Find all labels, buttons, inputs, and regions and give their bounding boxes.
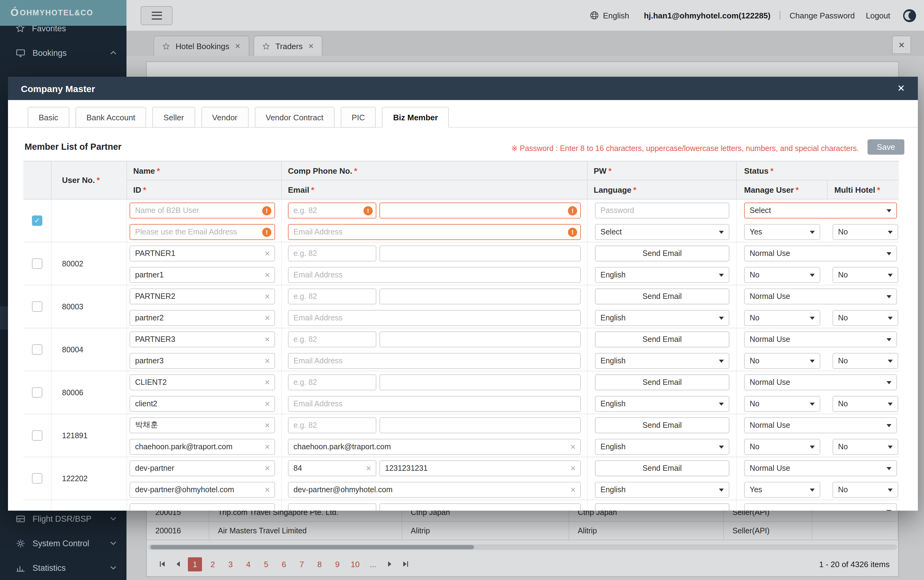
row-checkbox[interactable] — [32, 387, 42, 398]
clear-icon[interactable]: ✕ — [265, 357, 270, 365]
multi-hotel-select[interactable]: No — [833, 395, 898, 412]
phone-code-input[interactable]: e.g. 82 — [288, 288, 376, 304]
language-select[interactable]: English — [595, 438, 729, 455]
manage-user-select[interactable]: Yes — [744, 481, 820, 498]
manage-user-select[interactable]: Yes — [744, 224, 820, 240]
email-input[interactable]: Email Address — [288, 310, 581, 326]
status-select[interactable]: Normal Use — [744, 245, 897, 261]
send-email-button[interactable]: Send Email — [595, 288, 729, 304]
phone-number-input[interactable]: ! — [380, 202, 581, 218]
phone-number-input[interactable] — [380, 288, 581, 304]
clear-icon[interactable]: ✕ — [265, 249, 270, 257]
clear-icon[interactable]: ✕ — [265, 314, 270, 322]
name-input[interactable]: PARTNER1✕ — [130, 245, 275, 261]
id-input[interactable]: partner3✕ — [130, 353, 275, 369]
email-input[interactable]: Email Address — [288, 267, 581, 283]
clear-icon[interactable]: ✕ — [570, 486, 576, 494]
save-button[interactable]: Save — [868, 139, 904, 155]
manage-user-select[interactable]: No — [744, 438, 820, 455]
phone-code-input[interactable] — [288, 503, 376, 511]
status-select[interactable]: Normal Use — [744, 460, 897, 476]
send-email-button[interactable]: Send Email — [595, 331, 729, 347]
clear-icon[interactable]: ✕ — [265, 486, 270, 494]
row-checkbox[interactable]: ✓ — [32, 216, 42, 226]
clear-icon[interactable]: ✕ — [265, 271, 270, 279]
send-email-button[interactable]: Send Email — [595, 417, 729, 433]
name-input[interactable]: 박채훈✕ — [130, 417, 275, 433]
multi-hotel-select[interactable]: No — [833, 481, 898, 498]
row-checkbox[interactable] — [32, 473, 42, 484]
status-select[interactable]: Normal Use — [744, 417, 897, 433]
clear-icon[interactable]: ✕ — [570, 464, 576, 472]
send-email-button[interactable]: Send Email — [595, 460, 729, 476]
modal-tab-bank-account[interactable]: Bank Account — [76, 107, 147, 128]
email-input[interactable]: dev-partner@ohmyhotel.com✕ — [288, 481, 581, 498]
clear-icon[interactable]: ✕ — [366, 464, 371, 472]
phone-code-input[interactable]: e.g. 82 — [288, 245, 376, 261]
language-select[interactable]: English — [595, 481, 729, 498]
modal-tab-seller[interactable]: Seller — [153, 107, 195, 128]
manage-user-select[interactable]: No — [744, 395, 820, 412]
row-checkbox[interactable] — [32, 344, 42, 355]
modal-tab-pic[interactable]: PIC — [340, 107, 376, 128]
email-input[interactable]: Email Address! — [288, 224, 581, 240]
modal-tab-vendor[interactable]: Vendor — [201, 107, 248, 128]
email-input[interactable]: chaehoon.park@traport.com✕ — [288, 438, 581, 455]
clear-icon[interactable]: ✕ — [265, 400, 270, 408]
modal-tab-biz-member[interactable]: Biz Member — [382, 107, 449, 128]
send-email-button[interactable]: Send Email — [595, 245, 729, 261]
row-checkbox[interactable] — [32, 302, 42, 312]
id-input[interactable]: chaehoon.park@traport.com✕ — [130, 438, 275, 455]
phone-code-input[interactable]: 84✕ — [288, 460, 376, 476]
modal-tab-basic[interactable]: Basic — [28, 107, 69, 128]
clear-icon[interactable]: ✕ — [265, 464, 270, 472]
phone-number-input[interactable] — [380, 331, 581, 347]
status-select[interactable]: Normal Use — [744, 331, 897, 347]
id-input[interactable]: Please use the Email Address! — [130, 224, 275, 240]
send-email-button[interactable]: Send Email — [595, 374, 729, 390]
phone-number-input[interactable] — [380, 503, 581, 511]
name-input[interactable]: dev-partner✕ — [130, 460, 275, 476]
clear-icon[interactable]: ✕ — [265, 292, 270, 300]
multi-hotel-select[interactable]: No — [833, 310, 898, 326]
id-input[interactable]: partner2✕ — [130, 310, 275, 326]
status-select[interactable]: Normal Use — [744, 288, 897, 304]
modal-close-button[interactable]: ✕ — [897, 83, 905, 94]
phone-code-input[interactable]: e.g. 82! — [288, 202, 376, 218]
phone-code-input[interactable]: e.g. 82 — [288, 331, 376, 347]
email-input[interactable]: Email Address — [288, 395, 581, 412]
manage-user-select[interactable]: No — [744, 353, 820, 369]
manage-user-select[interactable]: No — [744, 267, 820, 283]
language-select[interactable]: English — [595, 395, 729, 412]
id-input[interactable]: dev-partner@ohmyhotel.com✕ — [130, 481, 275, 498]
phone-number-input[interactable]: 1231231231✕ — [380, 460, 581, 476]
multi-hotel-select[interactable]: No — [833, 267, 898, 283]
send-email-button[interactable] — [595, 503, 729, 511]
multi-hotel-select[interactable]: No — [833, 224, 898, 240]
status-select[interactable]: Select — [744, 202, 897, 218]
name-input[interactable]: PARTNER2✕ — [130, 288, 275, 304]
language-select[interactable]: Select — [595, 224, 729, 240]
language-select[interactable]: English — [595, 267, 729, 283]
row-checkbox[interactable] — [32, 259, 42, 269]
phone-code-input[interactable]: e.g. 82 — [288, 417, 376, 433]
phone-code-input[interactable]: e.g. 82 — [288, 374, 376, 390]
email-input[interactable]: Email Address — [288, 353, 581, 369]
phone-number-input[interactable] — [380, 245, 581, 261]
clear-icon[interactable]: ✕ — [570, 443, 576, 451]
clear-icon[interactable]: ✕ — [265, 378, 270, 386]
id-input[interactable]: partner1✕ — [130, 267, 275, 283]
name-input[interactable]: CLIENT2✕ — [130, 374, 275, 390]
status-select[interactable] — [744, 503, 897, 511]
clear-icon[interactable]: ✕ — [265, 335, 270, 343]
clear-icon[interactable]: ✕ — [265, 443, 270, 451]
status-select[interactable]: Normal Use — [744, 374, 897, 390]
language-select[interactable]: English — [595, 310, 729, 326]
phone-number-input[interactable] — [380, 417, 581, 433]
password-input[interactable]: Password — [595, 202, 729, 218]
name-input[interactable]: Name of B2B User! — [130, 202, 275, 218]
id-input[interactable]: client2✕ — [130, 395, 275, 412]
row-checkbox[interactable] — [32, 430, 42, 441]
phone-number-input[interactable] — [380, 374, 581, 390]
manage-user-select[interactable]: No — [744, 310, 820, 326]
